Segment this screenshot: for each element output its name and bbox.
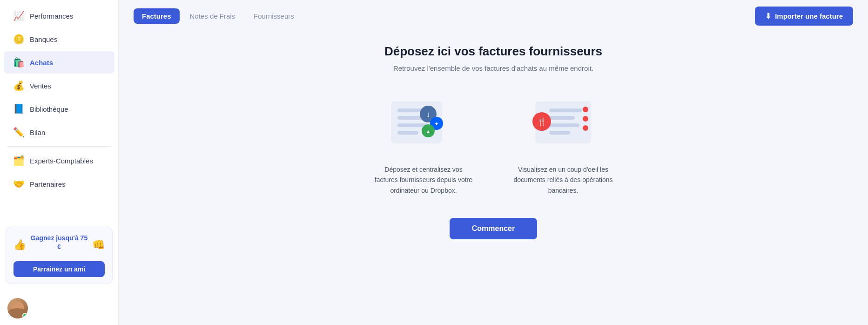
sidebar-item-label: Performances <box>30 12 73 20</box>
sidebar-item-label: Bibliothèque <box>30 105 68 113</box>
features-row: ↓ ✦ ▲ Déposez et centralisez vos facture… <box>372 95 614 196</box>
sidebar-divider <box>7 146 111 147</box>
sidebar-item-performances[interactable]: 📈 Performances <box>4 5 114 27</box>
hero-subtitle: Retrouvez l'ensemble de vos factures d'a… <box>393 64 593 72</box>
svg-point-19 <box>583 116 588 122</box>
svg-rect-4 <box>397 131 418 135</box>
sidebar-nav: 📈 Performances 🪙 Banques 🛍️ Achats 💰 Ven… <box>0 0 118 221</box>
main-content: Factures Notes de Frais Fournisseurs ⬇ I… <box>119 0 868 325</box>
sidebar-item-bibliotheque[interactable]: 📘 Bibliothèque <box>4 98 114 120</box>
upload-feature-text: Déposez et centralisez vos factures four… <box>372 164 475 196</box>
ventes-icon: 💰 <box>13 80 24 91</box>
import-button-label: Importer une facture <box>775 12 843 20</box>
tab-factures[interactable]: Factures <box>134 8 180 24</box>
partenaires-icon: 🤝 <box>13 178 24 190</box>
svg-text:↓: ↓ <box>426 110 430 118</box>
sidebar-item-experts-comptables[interactable]: 🗂️ Experts-Comptables <box>4 149 114 172</box>
promo-icons-row: 👍 Gagnez jusqu'à 75 € 👊 <box>13 234 105 257</box>
sidebar-item-bilan[interactable]: ✏️ Bilan <box>4 121 114 143</box>
promo-icon-left: 👍 <box>13 239 26 251</box>
svg-text:▲: ▲ <box>426 129 431 134</box>
svg-rect-13 <box>549 116 575 120</box>
topbar: Factures Notes de Frais Fournisseurs ⬇ I… <box>119 0 868 26</box>
performances-icon: 📈 <box>13 10 24 21</box>
visualize-feature-card: 🍴 Visualisez en un coup d'oeil les docum… <box>512 95 614 196</box>
content-area: Déposez ici vos factures fournisseurs Re… <box>119 26 868 325</box>
sidebar-item-ventes[interactable]: 💰 Ventes <box>4 74 114 97</box>
tab-notes-frais[interactable]: Notes de Frais <box>182 8 244 24</box>
import-facture-button[interactable]: ⬇ Importer une facture <box>755 7 853 26</box>
sidebar-item-partenaires[interactable]: 🤝 Partenaires <box>4 173 114 195</box>
visualize-illustration: 🍴 <box>521 95 605 155</box>
svg-rect-12 <box>549 108 582 112</box>
experts-icon: 🗂️ <box>13 155 24 166</box>
sidebar: 📈 Performances 🪙 Banques 🛍️ Achats 💰 Ven… <box>0 0 119 325</box>
svg-rect-2 <box>397 116 423 120</box>
commencer-button[interactable]: Commencer <box>450 218 537 239</box>
online-status-dot <box>22 313 27 318</box>
hero-title: Déposez ici vos factures fournisseurs <box>384 44 602 59</box>
banques-icon: 🪙 <box>13 34 24 45</box>
sidebar-item-label: Bilan <box>30 129 45 136</box>
tabs-bar: Factures Notes de Frais Fournisseurs <box>134 8 303 24</box>
bilan-icon: ✏️ <box>13 127 24 138</box>
sidebar-avatar-area <box>0 291 118 325</box>
svg-point-20 <box>583 125 588 131</box>
download-icon: ⬇ <box>765 12 771 20</box>
sidebar-item-achats[interactable]: 🛍️ Achats <box>4 51 114 74</box>
visualize-feature-text: Visualisez en un coup d'oeil les documen… <box>512 164 614 196</box>
svg-rect-14 <box>549 123 579 127</box>
svg-text:🍴: 🍴 <box>537 117 546 126</box>
sidebar-item-label: Experts-Comptables <box>30 157 93 165</box>
promo-icon-right: 👊 <box>92 239 105 251</box>
sidebar-item-label: Banques <box>30 35 57 43</box>
promo-text: Gagnez jusqu'à 75 € <box>29 234 89 252</box>
tab-fournisseurs[interactable]: Fournisseurs <box>245 8 303 24</box>
svg-rect-3 <box>397 123 428 127</box>
svg-text:✦: ✦ <box>434 121 439 127</box>
sidebar-promo: 👍 Gagnez jusqu'à 75 € 👊 Parrainez un ami <box>6 227 113 284</box>
avatar[interactable] <box>7 298 28 318</box>
upload-feature-card: ↓ ✦ ▲ Déposez et centralisez vos facture… <box>372 95 475 196</box>
sidebar-item-label: Partenaires <box>30 180 66 188</box>
upload-illustration: ↓ ✦ ▲ <box>382 95 465 155</box>
svg-rect-15 <box>549 131 570 135</box>
parrainage-button[interactable]: Parrainez un ami <box>13 261 105 277</box>
svg-point-18 <box>583 107 588 112</box>
achats-icon: 🛍️ <box>13 57 24 68</box>
bibliotheque-icon: 📘 <box>13 103 24 115</box>
sidebar-item-label: Achats <box>30 59 53 67</box>
sidebar-item-label: Ventes <box>30 82 51 90</box>
sidebar-item-banques[interactable]: 🪙 Banques <box>4 28 114 50</box>
